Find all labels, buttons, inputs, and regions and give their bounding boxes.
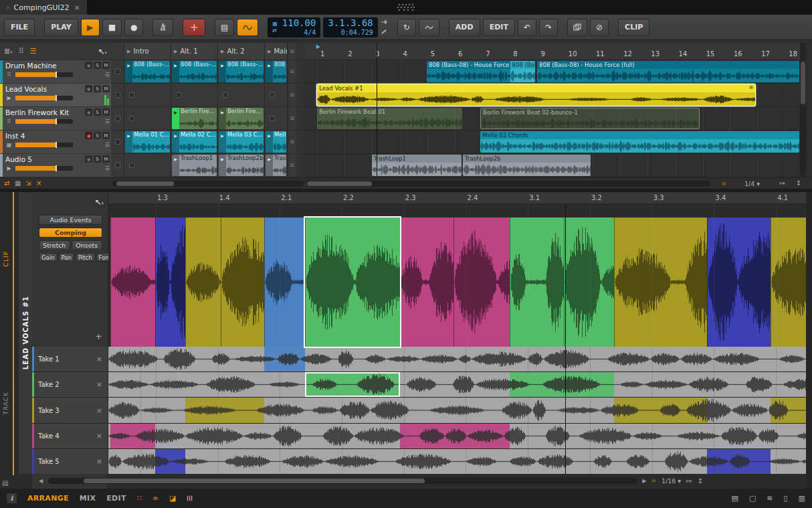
track-mute-button[interactable]: M (102, 155, 110, 163)
pan-button[interactable]: Pan (59, 253, 74, 262)
file-menu-button[interactable]: FILE (4, 19, 35, 36)
mixer-panel-icon[interactable]: ▥ (799, 494, 805, 503)
comp-segment[interactable] (400, 218, 453, 347)
scroll-left-icon[interactable]: ◀ (39, 478, 43, 484)
track-volume-slider[interactable] (15, 72, 73, 77)
track-lane-menu[interactable]: ☰ (288, 154, 296, 177)
zoom-fit-icon[interactable]: ↕ (697, 477, 702, 485)
layered-clips-button[interactable]: ▤ (215, 19, 234, 36)
comp-segment[interactable] (110, 218, 155, 347)
clip-slot[interactable]: ▶Mella 01 C... (124, 131, 171, 153)
scene-play-icon[interactable]: ▶ (174, 49, 177, 54)
arranger-clip[interactable]: TrashLoop2b (463, 155, 590, 176)
take-highlight[interactable] (155, 449, 185, 474)
scroll-right-icon[interactable]: ▶ (642, 478, 646, 484)
launcher-clip[interactable]: ▶TrashLoop2b (219, 155, 264, 176)
track-menu-icon[interactable]: ☰ (105, 165, 110, 171)
groove-icon[interactable]: ⠶ (651, 477, 656, 484)
take-row[interactable]: Take 3× (32, 398, 108, 422)
clip-stop-cell[interactable] (111, 107, 124, 130)
clip-button[interactable]: CLIP (618, 19, 649, 36)
arranger-clip[interactable]: 808 (Bass-08) - House Force (full) (537, 61, 799, 82)
launcher-clip[interactable]: ▶Mella (266, 131, 286, 153)
clip-stop-cell[interactable] (111, 84, 124, 106)
clip-stop-cell[interactable] (111, 60, 124, 83)
beat-ruler[interactable]: 1.31.42.12.22.32.43.13.23.33.44.1 (108, 192, 806, 204)
arranger-track-lane[interactable]: TrashLoop1TrashLoop2b (304, 154, 800, 177)
arranger-vscrollbar[interactable] (800, 43, 806, 177)
mappings-icon[interactable]: ≋ (767, 494, 773, 503)
comp-segment[interactable] (564, 218, 614, 347)
take-remove-icon[interactable]: × (96, 457, 102, 466)
launcher-clip[interactable]: ▶Mella 03 C... (219, 131, 264, 153)
scene-header[interactable]: ▶Alt. 1 (171, 43, 218, 60)
take-highlight[interactable] (305, 372, 400, 397)
play-menu-button[interactable]: PLAY (44, 19, 78, 36)
track-name[interactable]: Drum Machine (5, 62, 80, 70)
comp-segment[interactable] (614, 218, 707, 347)
vscroll-thumb[interactable] (801, 62, 805, 104)
add-button[interactable]: ADD (449, 19, 480, 36)
undo-icon[interactable]: ↶ (518, 19, 536, 36)
take-highlight[interactable] (110, 424, 155, 448)
launcher-clip[interactable]: ▶TrashLoop1 (172, 155, 217, 176)
track-lane-menu[interactable]: ☰ (288, 131, 296, 153)
position-display[interactable]: 3.1.3.68 (328, 18, 373, 28)
arranger-clip[interactable]: Lead Vocals #1≋ (317, 84, 754, 106)
tab-clip[interactable]: CLIP (3, 251, 9, 266)
launcher-cursor-tool-icon[interactable]: ↖▾ (98, 47, 107, 56)
clip-slot[interactable] (124, 84, 171, 106)
play-button[interactable]: ▶ (81, 19, 100, 36)
auto-scroll-icon[interactable]: ⇄ (4, 179, 9, 187)
comp-segment[interactable] (707, 218, 771, 347)
launcher-clip[interactable]: ▶808 (Bas (266, 61, 286, 82)
link-icon[interactable]: ∞ (153, 494, 159, 503)
clip-slot[interactable]: ▶Mella 03 C... (218, 131, 265, 153)
file-panel-icon[interactable]: ▢ (749, 494, 756, 503)
clip-play-icon[interactable]: ▶ (172, 108, 179, 129)
track-lane-menu[interactable]: ☰ (288, 107, 296, 130)
editor-snap-value[interactable]: 1/16 ▾ (662, 477, 681, 485)
launcher-clip[interactable]: ▶808 (Bass-... (219, 61, 264, 82)
clip-slot[interactable]: ▶808 (Bass-... (171, 60, 218, 83)
track-lane-menu[interactable]: ☰ (288, 84, 296, 106)
comp-segment[interactable] (305, 218, 400, 347)
record-button[interactable]: ● (124, 19, 143, 36)
scene-play-icon[interactable]: ▶ (127, 49, 130, 54)
launcher-clip[interactable]: ▶Mella 02 C... (172, 131, 217, 153)
take-lane[interactable] (108, 398, 806, 422)
take-row[interactable]: Take 4× (32, 424, 108, 448)
clip-stop-cell[interactable] (111, 154, 124, 177)
hscroll-thumb[interactable] (84, 479, 425, 483)
track-menu-icon[interactable]: ☰ (105, 72, 110, 78)
track-mute-button[interactable]: M (102, 108, 110, 116)
meter-bars-icon[interactable]: ☰ (186, 495, 193, 501)
launcher-clip[interactable]: ▶Trash (266, 155, 286, 176)
tab-track[interactable]: TRACK (3, 392, 9, 415)
clip-play-icon[interactable]: ▶ (266, 131, 273, 153)
comp-segment[interactable] (510, 218, 564, 347)
track-arm-button[interactable]: ● (85, 132, 92, 139)
info-icon[interactable]: i (7, 493, 17, 503)
track-mute-button[interactable]: M (102, 132, 110, 139)
scene-header[interactable]: ▶Alt. 2 (218, 43, 265, 60)
track-header[interactable]: Inst 4▦●SM☰ (0, 131, 111, 154)
track-name[interactable]: Lead Vocals (5, 85, 80, 93)
track-menu-icon[interactable]: ☰ (105, 118, 110, 124)
bar-ruler[interactable]: ▶ 123456789101112131415161718 (304, 43, 800, 60)
comp-segment[interactable] (453, 218, 509, 347)
scene-header[interactable]: ▶Intro (124, 43, 171, 60)
arranger-snap-value[interactable]: 1/4 ▾ (744, 180, 760, 187)
track-solo-button[interactable]: S (94, 108, 101, 116)
track-solo-button[interactable]: S (94, 155, 101, 163)
arranger-track-lane[interactable]: Mella 03 Chords (304, 131, 800, 154)
track-volume-slider[interactable] (15, 96, 73, 100)
launcher-clip[interactable]: ▶808 (Bass-... (125, 61, 170, 82)
cancel-icon[interactable]: ⊘ (590, 19, 609, 36)
fader-icon[interactable] (381, 18, 388, 27)
track-mute-button[interactable]: M (102, 85, 110, 92)
track-name[interactable]: Inst 4 (5, 132, 80, 140)
take-highlight[interactable] (614, 398, 707, 422)
arranger-track-lane[interactable]: 808 (Bass-08) - House Force (808 (Bas808… (304, 60, 800, 84)
take-highlight[interactable] (400, 424, 510, 448)
